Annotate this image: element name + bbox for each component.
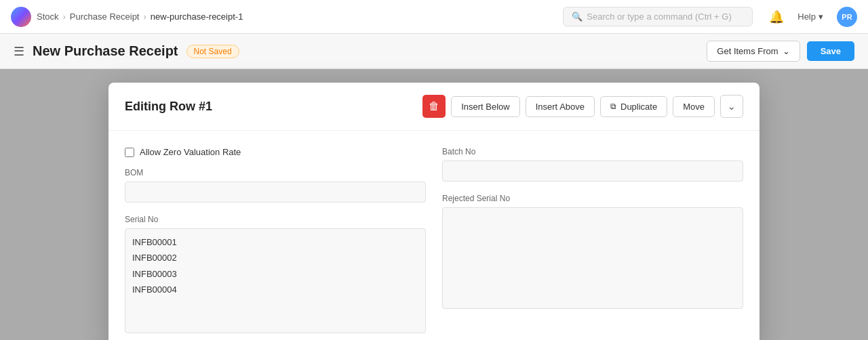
modal-overlay: Editing Row #1 🗑 Insert Below Insert Abo… [0, 69, 868, 340]
batch-no-label: Batch No [442, 147, 743, 156]
duplicate-label: Duplicate [620, 102, 657, 112]
get-items-button[interactable]: Get Items From ⌄ [707, 41, 800, 62]
notification-icon[interactable]: 🔔 [769, 9, 784, 24]
serial-no-field-group: Serial No INFB00001 INFB00002 INFB00003 … [125, 215, 426, 333]
modal-header: Editing Row #1 🗑 Insert Below Insert Abo… [108, 83, 760, 131]
modal-action-buttons: 🗑 Insert Below Insert Above ⧉ Duplicate … [422, 95, 743, 118]
rejected-serial-no-textarea[interactable] [442, 207, 743, 309]
allow-zero-valuation-checkbox[interactable] [125, 148, 134, 157]
status-badge: Not Saved [186, 45, 239, 58]
bom-input[interactable] [125, 182, 426, 203]
modal-right-column: Batch No Rejected Serial No [442, 147, 743, 333]
avatar[interactable]: PR [837, 7, 857, 27]
modal-left-column: Allow Zero Valuation Rate BOM Serial No … [125, 147, 426, 333]
allow-zero-valuation-label[interactable]: Allow Zero Valuation Rate [140, 147, 241, 157]
breadcrumb-sep-2: › [143, 12, 146, 22]
subheader: ☰ New Purchase Receipt Not Saved Get Ite… [0, 34, 868, 69]
navbar: Stock › Purchase Receipt › new-purchase-… [0, 0, 868, 34]
page-title: New Purchase Receipt [33, 43, 178, 59]
help-label: Help [797, 12, 816, 22]
get-items-label: Get Items From [717, 46, 778, 56]
batch-no-input[interactable] [442, 161, 743, 182]
get-items-chevron-icon: ⌄ [783, 46, 790, 56]
help-button[interactable]: Help ▾ [792, 9, 829, 24]
insert-above-button[interactable]: Insert Above [526, 96, 595, 117]
bom-field-group: BOM [125, 168, 426, 203]
save-button[interactable]: Save [807, 41, 854, 61]
rejected-serial-no-label: Rejected Serial No [442, 194, 743, 203]
insert-below-label: Insert Below [461, 102, 510, 112]
duplicate-button[interactable]: ⧉ Duplicate [600, 96, 667, 117]
search-box[interactable]: 🔍 Search or type a command (Ctrl + G) [563, 7, 753, 26]
insert-below-button[interactable]: Insert Below [451, 96, 520, 117]
rejected-serial-no-field-group: Rejected Serial No [442, 194, 743, 309]
serial-no-label: Serial No [125, 215, 426, 224]
app-logo[interactable] [11, 7, 31, 27]
move-label: Move [683, 102, 705, 112]
insert-above-label: Insert Above [536, 102, 585, 112]
allow-zero-valuation-row: Allow Zero Valuation Rate [125, 147, 426, 157]
more-actions-button[interactable]: ⌄ [720, 95, 743, 118]
breadcrumb-parent[interactable]: Purchase Receipt [70, 12, 140, 22]
chevron-down-icon: ⌄ [728, 101, 736, 112]
modal-title: Editing Row #1 [125, 100, 212, 114]
sidebar-toggle-icon[interactable]: ☰ [14, 44, 24, 59]
trash-icon: 🗑 [429, 100, 439, 112]
editing-row-modal: Editing Row #1 🗑 Insert Below Insert Abo… [108, 83, 760, 340]
breadcrumb-root[interactable]: Stock [37, 12, 59, 22]
breadcrumb-current: new-purchase-receipt-1 [151, 12, 243, 22]
delete-row-button[interactable]: 🗑 [422, 95, 446, 118]
modal-body: Allow Zero Valuation Rate BOM Serial No … [108, 131, 760, 340]
bom-label: BOM [125, 168, 426, 177]
search-placeholder: Search or type a command (Ctrl + G) [587, 12, 732, 22]
search-icon: 🔍 [572, 12, 583, 22]
breadcrumb: Stock › Purchase Receipt › new-purchase-… [37, 12, 243, 22]
serial-no-textarea[interactable]: INFB00001 INFB00002 INFB00003 INFB00004 [125, 228, 426, 333]
breadcrumb-sep-1: › [63, 12, 66, 22]
navbar-right: 🔔 Help ▾ PR [769, 7, 857, 27]
subheader-actions: Get Items From ⌄ Save [707, 41, 854, 62]
move-button[interactable]: Move [673, 96, 715, 117]
duplicate-icon: ⧉ [610, 102, 616, 111]
batch-no-field-group: Batch No [442, 147, 743, 182]
help-chevron-icon: ▾ [818, 12, 823, 22]
